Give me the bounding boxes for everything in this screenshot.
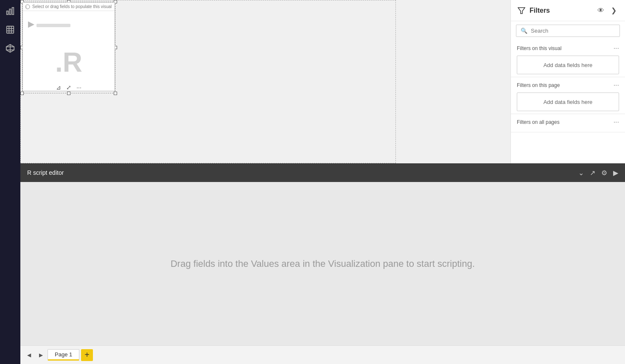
r-script-collapse-btn[interactable]: ⌄	[578, 169, 584, 177]
filters-title: Filters	[518, 7, 596, 14]
r-script-settings-btn[interactable]: ⚙	[601, 169, 607, 177]
bottom-bar: ◀ ▶ Page 1 +	[20, 345, 625, 364]
visual-expand-icon[interactable]: ⤢	[66, 84, 71, 91]
canvas-area: i Select or drag fields to populate this…	[20, 0, 510, 163]
visual-more-icon[interactable]: ···	[76, 84, 81, 91]
r-visual: i Select or drag fields to populate this…	[22, 2, 115, 91]
filters-on-all-header: Filters on all pages ···	[517, 118, 619, 126]
r-visual-body: ▶ .R	[23, 11, 115, 91]
filters-search-input[interactable]	[531, 28, 615, 34]
filters-on-visual-section: Filters on this visual ··· Add data fiel…	[511, 40, 625, 77]
svg-rect-1	[9, 9, 11, 14]
filters-eye-btn[interactable]: 👁	[596, 6, 606, 15]
r-script-hint-text: Drag fields into the Values area in the …	[171, 258, 475, 269]
sidebar	[0, 0, 20, 364]
filters-on-page-section: Filters on this page ··· Add data fields…	[511, 77, 625, 114]
filters-collapse-btn[interactable]: ❯	[609, 6, 618, 15]
filters-on-visual-header: Filters on this visual ···	[517, 45, 619, 52]
r-script-expand-btn[interactable]: ↗	[590, 169, 595, 177]
filters-on-visual-add[interactable]: Add data fields here	[517, 56, 619, 74]
main-wrapper: i Select or drag fields to populate this…	[20, 0, 625, 364]
filter-icon	[518, 7, 525, 14]
filters-on-page-more[interactable]: ···	[614, 81, 619, 89]
filters-on-all-section: Filters on all pages ···	[511, 114, 625, 132]
r-visual-line	[36, 24, 70, 27]
page-tab-1[interactable]: Page 1	[48, 349, 79, 361]
r-visual-header-icon: i	[25, 4, 31, 10]
r-script-actions: ⌄ ↗ ⚙ ▶	[578, 169, 618, 177]
svg-rect-2	[12, 8, 14, 15]
page-add-btn[interactable]: +	[81, 349, 93, 361]
page-nav-next-btn[interactable]: ▶	[36, 350, 46, 360]
filters-on-all-more[interactable]: ···	[614, 118, 619, 126]
svg-rect-3	[7, 26, 14, 34]
filters-header: Filters 👁 ❯	[511, 0, 625, 21]
r-letter: .R	[55, 47, 82, 78]
filters-panel: Filters 👁 ❯ 🔍 Filters on this visual ···…	[510, 0, 625, 163]
table-sidebar-icon[interactable]	[3, 22, 18, 37]
r-visual-header: i Select or drag fields to populate this…	[23, 3, 115, 11]
filters-on-page-header: Filters on this page ···	[517, 81, 619, 89]
filters-on-visual-more[interactable]: ···	[614, 45, 619, 52]
filters-on-page-label: Filters on this page	[517, 82, 560, 88]
r-script-body: Drag fields into the Values area in the …	[20, 182, 625, 345]
visual-filter-icon[interactable]: ⊿	[56, 84, 61, 91]
r-visual-header-text: Select or drag fields to populate this v…	[32, 4, 112, 9]
filters-on-page-add[interactable]: Add data fields here	[517, 92, 619, 111]
r-visual-arrow: ▶	[28, 20, 34, 29]
filters-on-all-label: Filters on all pages	[517, 119, 560, 125]
r-script-editor-bar: R script editor ⌄ ↗ ⚙ ▶	[20, 163, 625, 182]
r-script-editor-title: R script editor	[27, 169, 578, 176]
filters-search-icon: 🔍	[521, 28, 527, 34]
r-script-run-btn[interactable]: ▶	[613, 169, 618, 177]
svg-rect-0	[7, 11, 8, 14]
model-sidebar-icon[interactable]	[3, 41, 18, 56]
filters-header-actions: 👁 ❯	[596, 6, 618, 15]
svg-text:i: i	[26, 6, 27, 8]
filters-search-box[interactable]: 🔍	[516, 25, 620, 37]
r-visual-widget[interactable]: i Select or drag fields to populate this…	[22, 2, 115, 93]
page-nav-prev-btn[interactable]: ◀	[24, 350, 34, 360]
svg-marker-14	[518, 8, 525, 14]
bar-chart-sidebar-icon[interactable]	[3, 3, 18, 19]
filters-on-visual-label: Filters on this visual	[517, 45, 561, 51]
